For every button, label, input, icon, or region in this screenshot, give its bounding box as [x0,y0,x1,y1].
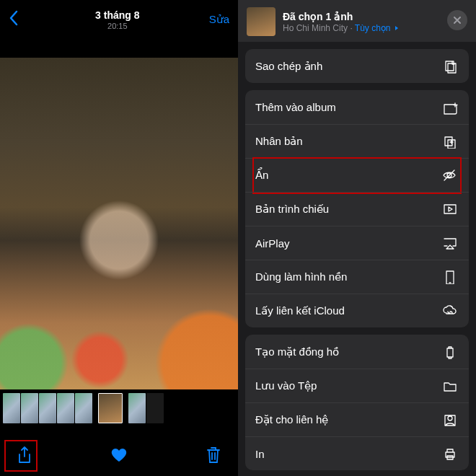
action-label: Thêm vào album [255,101,336,113]
favorite-button[interactable] [110,446,128,467]
save-files-icon [441,379,459,393]
share-sheet-title: Đã chọn 1 ảnh [283,11,400,22]
copy-photo-icon [441,59,459,74]
thumbnail[interactable] [39,393,56,423]
selected-photo-thumb [247,7,276,36]
action-row[interactable]: Tạo mặt đồng hồ [245,335,469,369]
action-row[interactable]: AirPlay [245,226,469,260]
action-row[interactable]: Lấy liên kết iCloud [245,294,469,327]
action-group: Thêm vào albumNhân bảnẨnBản trình chiếuA… [245,90,469,327]
action-group: Tạo mặt đồng hồLưu vào TệpĐặt cho liên h… [245,335,469,470]
close-icon [453,16,462,25]
hide-icon [441,168,459,182]
print-icon [441,446,459,461]
action-label: Dùng làm hình nền [255,270,347,283]
bottom-toolbar [0,436,238,476]
action-row[interactable]: Sao chép ảnh [245,49,469,83]
action-label: Ẩn [255,169,268,182]
thumbnail[interactable] [146,393,164,423]
wallpaper-icon [441,270,459,284]
thumbnail[interactable] [21,393,38,423]
action-group: Sao chép ảnh [245,49,469,83]
action-row[interactable]: Thêm vào album [245,90,469,124]
action-row[interactable]: In [245,436,469,470]
close-button[interactable] [447,10,467,30]
thumbnail[interactable] [57,393,74,423]
action-label: Đặt cho liên hệ [255,413,328,426]
action-label: Bản trình chiếu [255,203,329,216]
thumbnail[interactable] [128,393,146,423]
duplicate-icon [441,134,459,149]
share-sheet-header: Đã chọn 1 ảnh Ho Chi Minh City · Tùy chọ… [238,0,476,42]
photo-viewer[interactable] [0,58,238,389]
action-label: Lưu vào Tệp [255,379,317,392]
action-label: Tạo mặt đồng hồ [255,345,339,358]
action-label: Nhân bản [255,135,303,148]
add-album-icon [441,100,459,115]
nav-bar: 3 tháng 8 20:15 Sửa [0,0,238,36]
photos-detail-screen: 3 tháng 8 20:15 Sửa [0,0,238,476]
trash-button[interactable] [205,446,222,467]
action-label: Lấy liên kết iCloud [255,304,345,317]
action-row[interactable]: Đặt cho liên hệ [245,402,469,436]
action-row[interactable]: Bản trình chiếu [245,192,469,226]
options-link[interactable]: Tùy chọn [355,23,391,33]
share-actions-list: Sao chép ảnhThêm vào albumNhân bảnẨnBản … [238,49,476,470]
thumbnail-current[interactable] [98,393,123,423]
action-label: Sao chép ảnh [255,60,322,73]
action-row[interactable]: Ẩn [245,158,469,192]
back-button[interactable] [9,10,26,29]
share-sheet-subtitle[interactable]: Ho Chi Minh City · Tùy chọn [283,23,400,33]
assign-contact-icon [441,413,459,427]
photo-time: 20:15 [26,22,209,30]
thumbnail-strip[interactable] [0,389,238,424]
edit-button[interactable]: Sửa [209,13,229,26]
chevron-right-icon [394,25,400,31]
action-label: In [255,448,265,460]
share-button[interactable] [16,446,33,467]
slideshow-icon [441,202,459,216]
thumbnail[interactable] [3,393,20,423]
icloud-link-icon [441,304,459,318]
action-label: AirPlay [255,237,290,250]
action-row[interactable]: Lưu vào Tệp [245,369,469,402]
watchface-icon [441,345,459,359]
action-row[interactable]: Dùng làm hình nền [245,260,469,294]
airplay-icon [441,236,459,250]
share-sheet-screen: Đã chọn 1 ảnh Ho Chi Minh City · Tùy chọ… [238,0,476,476]
photo-date: 3 tháng 8 [26,9,209,21]
action-row[interactable]: Nhân bản [245,124,469,158]
thumbnail[interactable] [75,393,92,423]
